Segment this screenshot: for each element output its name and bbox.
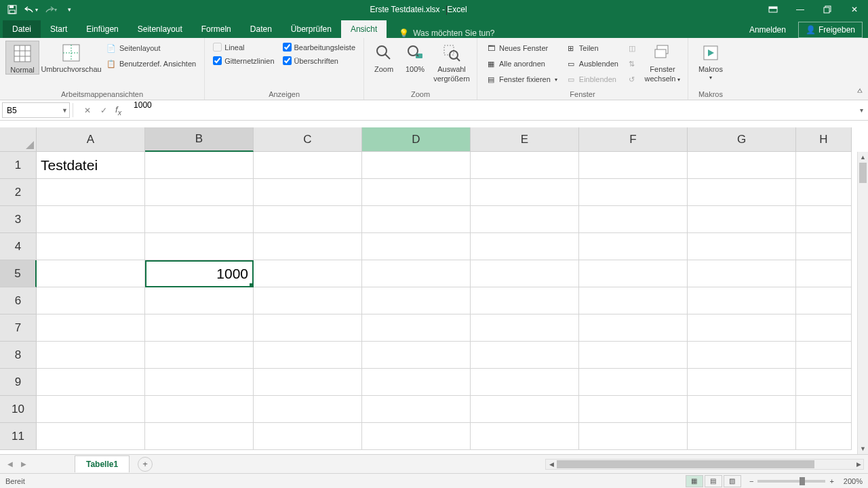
- cell-D11[interactable]: [362, 423, 471, 450]
- row-header-4[interactable]: 4: [0, 233, 37, 260]
- cell-E11[interactable]: [471, 423, 579, 450]
- cell-C9[interactable]: [254, 369, 362, 396]
- cell-E2[interactable]: [471, 179, 579, 206]
- cell-H6[interactable]: [796, 287, 852, 314]
- cell-F3[interactable]: [579, 206, 688, 233]
- hscroll-thumb[interactable]: [557, 460, 814, 468]
- cell-C5[interactable]: [254, 260, 362, 287]
- qat-customize-button[interactable]: ▾: [61, 1, 77, 18]
- column-header-A[interactable]: A: [37, 127, 145, 152]
- cell-G10[interactable]: [688, 396, 796, 423]
- cell-H7[interactable]: [796, 314, 852, 342]
- name-box-dropdown-icon[interactable]: ▼: [62, 107, 68, 114]
- vertical-scrollbar[interactable]: ▲ ▼: [857, 152, 868, 454]
- cell-D10[interactable]: [362, 396, 471, 423]
- cell-A11[interactable]: [37, 423, 145, 450]
- cell-A7[interactable]: [37, 314, 145, 342]
- cell-G5[interactable]: [688, 260, 796, 287]
- cell-G11[interactable]: [688, 423, 796, 450]
- cell-A4[interactable]: [37, 233, 145, 260]
- pagebreak-view-shortcut[interactable]: ▧: [724, 475, 741, 487]
- scroll-left-button[interactable]: ◀: [546, 461, 557, 468]
- cell-C1[interactable]: [254, 152, 362, 179]
- cell-B10[interactable]: [145, 396, 254, 423]
- cell-D8[interactable]: [362, 342, 471, 369]
- zoom-slider[interactable]: [757, 480, 825, 483]
- expand-formula-bar-button[interactable]: ▾: [854, 100, 868, 120]
- cell-H5[interactable]: [796, 260, 852, 287]
- zoom-out-button[interactable]: −: [749, 477, 753, 485]
- sheet-prev-button[interactable]: ◀: [4, 458, 16, 470]
- cell-H1[interactable]: [796, 152, 852, 179]
- zoom-slider-thumb[interactable]: [800, 477, 805, 485]
- signin-button[interactable]: Anmelden: [743, 22, 793, 37]
- headings-checkbox[interactable]: Überschriften: [280, 54, 359, 67]
- vscroll-thumb[interactable]: [859, 163, 867, 183]
- cell-D7[interactable]: [362, 314, 471, 342]
- reset-position-button[interactable]: ↺: [624, 72, 640, 87]
- cell-A2[interactable]: [37, 179, 145, 206]
- redo-button[interactable]: ▾: [42, 1, 58, 18]
- restore-button[interactable]: [814, 0, 841, 19]
- gridlines-checkbox[interactable]: Gitternetzlinien: [210, 54, 277, 67]
- cell-H3[interactable]: [796, 206, 852, 233]
- add-sheet-button[interactable]: +: [138, 457, 153, 472]
- row-header-1[interactable]: 1: [0, 152, 37, 179]
- cell-B7[interactable]: [145, 314, 254, 342]
- cell-G1[interactable]: [688, 152, 796, 179]
- cell-D4[interactable]: [362, 233, 471, 260]
- row-header-2[interactable]: 2: [0, 179, 37, 206]
- tab-start[interactable]: Start: [41, 20, 77, 38]
- cell-B8[interactable]: [145, 342, 254, 369]
- cell-G6[interactable]: [688, 287, 796, 314]
- cell-E5[interactable]: [471, 260, 579, 287]
- cell-A9[interactable]: [37, 369, 145, 396]
- column-header-C[interactable]: C: [254, 127, 362, 152]
- name-box[interactable]: B5 ▼: [2, 102, 70, 118]
- cell-C11[interactable]: [254, 423, 362, 450]
- sheet-next-button[interactable]: ▶: [18, 458, 30, 470]
- cell-D3[interactable]: [362, 206, 471, 233]
- cell-A3[interactable]: [37, 206, 145, 233]
- cell-C7[interactable]: [254, 314, 362, 342]
- arrange-all-button[interactable]: ▦Alle anordnen: [483, 56, 560, 71]
- cell-C8[interactable]: [254, 342, 362, 369]
- zoom-in-button[interactable]: +: [829, 477, 833, 485]
- formula-input[interactable]: 1000: [128, 100, 854, 120]
- cell-F7[interactable]: [579, 314, 688, 342]
- cell-G4[interactable]: [688, 233, 796, 260]
- cell-D6[interactable]: [362, 287, 471, 314]
- cell-C4[interactable]: [254, 233, 362, 260]
- cell-F9[interactable]: [579, 369, 688, 396]
- unhide-button[interactable]: ▭Einblenden: [563, 72, 621, 87]
- switch-windows-button[interactable]: Fenster wechseln ▾: [643, 41, 682, 83]
- share-button[interactable]: 👤 Freigeben: [798, 22, 863, 38]
- cell-F2[interactable]: [579, 179, 688, 206]
- tab-pagelayout[interactable]: Seitenlayout: [128, 20, 192, 38]
- row-header-6[interactable]: 6: [0, 287, 37, 314]
- cell-F5[interactable]: [579, 260, 688, 287]
- cells-area[interactable]: Testdatei1000: [37, 152, 857, 454]
- scroll-right-button[interactable]: ▶: [850, 458, 863, 470]
- cell-C3[interactable]: [254, 206, 362, 233]
- cell-E8[interactable]: [471, 342, 579, 369]
- cell-B3[interactable]: [145, 206, 254, 233]
- tab-review[interactable]: Überprüfen: [281, 20, 341, 38]
- row-header-9[interactable]: 9: [0, 369, 37, 396]
- side-by-side-button[interactable]: ◫: [624, 41, 640, 56]
- normal-view-shortcut[interactable]: ▦: [686, 475, 703, 487]
- tab-formulas[interactable]: Formeln: [192, 20, 241, 38]
- save-button[interactable]: [4, 1, 20, 18]
- row-header-8[interactable]: 8: [0, 342, 37, 369]
- sheet-tab-tabelle1[interactable]: Tabelle1: [75, 455, 130, 472]
- zoom-selection-button[interactable]: Auswahl vergrößern: [432, 41, 471, 83]
- cell-C10[interactable]: [254, 396, 362, 423]
- tab-data[interactable]: Daten: [241, 20, 281, 38]
- split-button[interactable]: ⊞Teilen: [563, 41, 621, 56]
- cell-B9[interactable]: [145, 369, 254, 396]
- column-header-H[interactable]: H: [796, 127, 852, 152]
- fx-icon[interactable]: fx: [113, 104, 124, 117]
- ribbon-display-button[interactable]: [760, 0, 787, 19]
- cell-F8[interactable]: [579, 342, 688, 369]
- cell-A5[interactable]: [37, 260, 145, 287]
